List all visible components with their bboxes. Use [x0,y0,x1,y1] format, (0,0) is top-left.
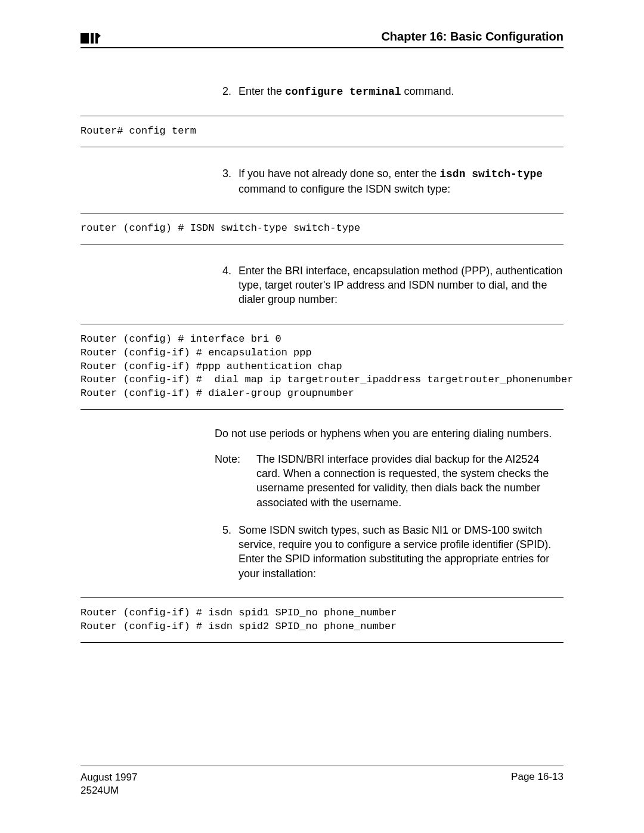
code-block-3: router (config) # ISDN switch-type switc… [80,213,564,244]
step-5: 5. Some ISDN switch types, such as Basic… [215,523,564,581]
step-4: 4. Enter the BRI interface, encapsulatio… [215,264,564,307]
page-header: Chapter 16: Basic Configuration [80,30,564,48]
page: Chapter 16: Basic Configuration 2. Enter… [0,0,644,833]
note-body: The ISDN/BRI interface provides dial bac… [256,452,564,510]
dialing-note: Do not use periods or hyphens when you a… [215,426,564,441]
step-3-cmd: isdn switch-type [439,168,543,180]
step-2: 2. Enter the configure terminal command. [215,84,564,99]
step-number: 2. [215,84,239,99]
footer-page: Page 16-13 [511,771,564,797]
page-footer: August 1997 2524UM Page 16-13 [80,766,564,797]
step-2-pre: Enter the [239,85,285,97]
publisher-logo-icon [80,32,100,44]
footer-date: August 1997 [80,771,137,784]
step-2-post: command. [401,85,454,97]
step-body: Enter the BRI interface, encapsulation m… [239,264,564,307]
code-block-2: Router# config term [80,116,564,147]
step-body: If you have not already done so, enter t… [239,166,564,196]
step-number: 4. [215,264,239,307]
step-body: Some ISDN switch types, such as Basic NI… [239,523,564,581]
step-2-cmd: configure terminal [285,86,401,98]
code-block-4: Router (config) # interface bri 0 Router… [80,324,564,410]
note-block: Note: The ISDN/BRI interface provides di… [215,452,564,510]
step-3: 3. If you have not already done so, ente… [215,166,564,196]
code-block-5: Router (config-if) # isdn spid1 SPID_no … [80,597,564,643]
chapter-title: Chapter 16: Basic Configuration [381,30,564,44]
step-number: 3. [215,166,239,196]
footer-left: August 1997 2524UM [80,771,137,797]
step-body: Enter the configure terminal command. [239,84,564,99]
footer-doc: 2524UM [80,784,137,797]
note-label: Note: [215,452,256,510]
step-3-post: command to configure the ISDN switch typ… [239,183,450,195]
step-number: 5. [215,523,239,581]
step-3-pre: If you have not already done so, enter t… [239,168,439,179]
